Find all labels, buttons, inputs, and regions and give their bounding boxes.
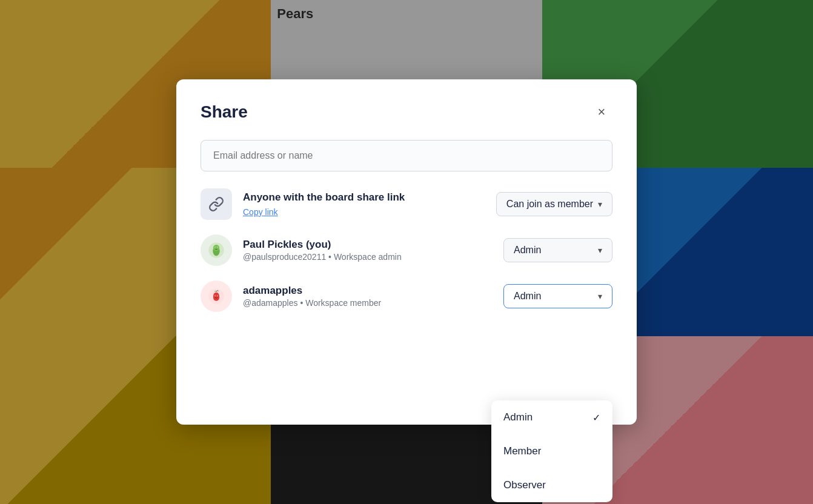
- adam-sub: @adamapples • Workspace member: [243, 298, 503, 308]
- dropdown-item-member[interactable]: Member: [491, 434, 612, 468]
- dropdown-item-admin[interactable]: Admin ✓: [491, 400, 612, 434]
- dropdown-observer-label: Observer: [503, 479, 546, 491]
- link-row-info: Anyone with the board share link Copy li…: [243, 191, 496, 217]
- svg-point-10: [215, 296, 216, 296]
- link-share-row: Anyone with the board share link Copy li…: [201, 188, 612, 220]
- link-role-label: Can join as member: [506, 199, 593, 210]
- search-input[interactable]: [201, 140, 612, 171]
- paul-chevron-icon: ▾: [598, 245, 602, 255]
- paul-row-info: Paul Pickles (you) @paulsproduce20211 • …: [243, 239, 503, 262]
- paul-name: Paul Pickles (you): [243, 239, 503, 251]
- paul-share-row: Paul Pickles (you) @paulsproduce20211 • …: [201, 234, 612, 266]
- paul-role-label: Admin: [514, 245, 541, 256]
- share-modal: Share × Anyone with the board share link…: [176, 79, 637, 425]
- paul-sub: @paulsproduce20211 • Workspace admin: [243, 252, 503, 262]
- paul-avatar: [201, 234, 232, 266]
- paul-handle: @paulsproduce20211: [243, 252, 326, 262]
- dropdown-admin-label: Admin: [503, 411, 533, 423]
- paul-avatar-icon: [208, 242, 225, 259]
- check-icon: ✓: [592, 412, 600, 423]
- adam-dot: •: [300, 298, 305, 308]
- copy-link-button[interactable]: Copy link: [243, 207, 278, 217]
- role-dropdown-menu: Admin ✓ Member Observer: [491, 400, 612, 502]
- adam-avatar-icon: [208, 288, 225, 305]
- link-row-title: Anyone with the board share link: [243, 191, 496, 204]
- svg-point-6: [217, 247, 217, 248]
- close-button[interactable]: ×: [591, 101, 612, 123]
- link-chevron-icon: ▾: [598, 199, 602, 209]
- adam-handle: @adamapples: [243, 298, 298, 308]
- adam-name: adamapples: [243, 285, 503, 297]
- link-icon: [208, 196, 224, 212]
- adam-avatar: [201, 280, 232, 312]
- link-role-dropdown[interactable]: Can join as member ▾: [496, 192, 612, 216]
- adam-role-dropdown[interactable]: Admin ▾: [503, 284, 612, 308]
- modal-header: Share ×: [201, 101, 612, 123]
- modal-title: Share: [201, 102, 248, 122]
- svg-point-2: [213, 245, 219, 251]
- adam-row-info: adamapples @adamapples • Workspace membe…: [243, 285, 503, 308]
- paul-role-tag: Workspace admin: [334, 252, 402, 262]
- dropdown-item-observer[interactable]: Observer: [491, 468, 612, 502]
- dropdown-member-label: Member: [503, 445, 541, 457]
- adam-role-label: Admin: [514, 291, 541, 302]
- svg-point-5: [215, 247, 216, 248]
- adam-role-tag: Workspace member: [305, 298, 381, 308]
- paul-role-dropdown[interactable]: Admin ▾: [503, 238, 612, 262]
- link-icon-wrap: [201, 188, 232, 220]
- modal-backdrop: Share × Anyone with the board share link…: [0, 0, 813, 504]
- adam-share-row: adamapples @adamapples • Workspace membe…: [201, 280, 612, 312]
- svg-point-11: [217, 296, 217, 296]
- adam-chevron-icon: ▾: [598, 291, 602, 301]
- paul-dot: •: [328, 252, 334, 262]
